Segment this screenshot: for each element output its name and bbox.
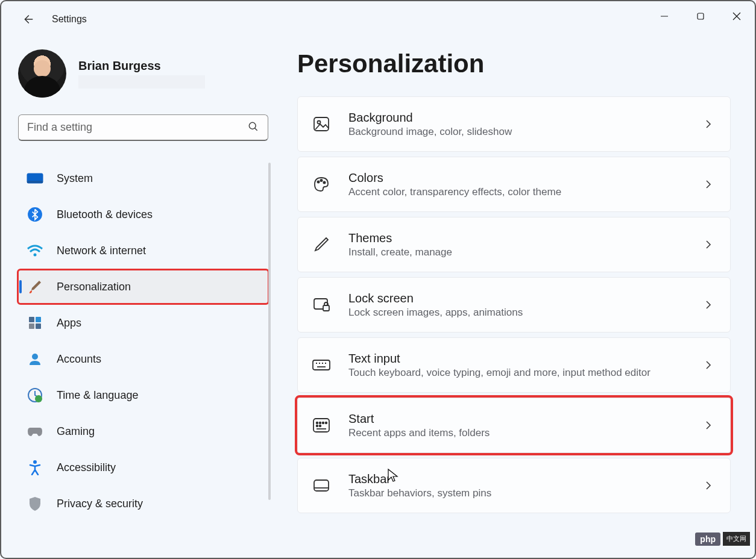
- card-subtitle: Accent color, transparency effects, colo…: [348, 186, 687, 198]
- search-icon: [247, 120, 259, 135]
- window-controls: [646, 1, 755, 31]
- svg-rect-13: [29, 323, 34, 329]
- svg-point-34: [320, 422, 321, 424]
- svg-rect-14: [36, 323, 41, 329]
- card-lockscreen[interactable]: Lock screen Lock screen images, apps, an…: [297, 277, 731, 333]
- chevron-right-icon: [704, 240, 713, 249]
- card-subtitle: Touch keyboard, voice typing, emoji and …: [348, 367, 687, 379]
- pen-icon: [311, 236, 332, 254]
- card-title: Start: [348, 412, 687, 426]
- chevron-right-icon: [704, 481, 713, 490]
- svg-rect-25: [323, 305, 329, 311]
- card-colors[interactable]: Colors Accent color, transparency effect…: [297, 157, 731, 212]
- search-input[interactable]: [27, 121, 247, 134]
- settings-window: Settings Brian Burgess: [0, 0, 756, 559]
- user-block[interactable]: Brian Burgess: [18, 49, 268, 98]
- svg-point-17: [35, 395, 42, 402]
- card-title: Text input: [348, 352, 687, 366]
- titlebar: Settings: [1, 1, 755, 37]
- nav-item-accounts[interactable]: Accounts: [18, 342, 268, 376]
- card-title: Taskbar: [348, 472, 687, 486]
- nav-item-network[interactable]: Network & internet: [18, 234, 268, 267]
- picture-icon: [311, 115, 332, 133]
- nav-label: Network & internet: [57, 245, 146, 257]
- svg-rect-32: [313, 419, 329, 432]
- svg-point-38: [320, 425, 321, 427]
- card-title: Background: [348, 111, 687, 125]
- chevron-right-icon: [704, 300, 713, 310]
- maximize-button[interactable]: [682, 1, 719, 31]
- nav-label: Apps: [57, 317, 81, 329]
- svg-rect-8: [27, 181, 43, 183]
- palette-icon: [311, 175, 332, 193]
- main-pane: Personalization Background Background im…: [276, 37, 755, 558]
- card-title: Colors: [348, 171, 687, 185]
- chevron-right-icon: [704, 360, 713, 370]
- svg-point-37: [317, 425, 318, 427]
- card-subtitle: Install, create, manage: [348, 246, 687, 258]
- svg-rect-11: [29, 317, 34, 322]
- card-themes[interactable]: Themes Install, create, manage: [297, 217, 731, 272]
- user-email-redacted: [78, 75, 205, 89]
- nav-list: System Bluetooth & devices Network & int…: [18, 161, 268, 520]
- svg-rect-1: [698, 13, 704, 19]
- gamepad-icon: [27, 423, 43, 440]
- nav-label: Accessibility: [57, 461, 116, 474]
- wifi-icon: [27, 242, 43, 259]
- watermark-php: php: [695, 532, 720, 546]
- nav-item-privacy[interactable]: Privacy & security: [18, 487, 268, 520]
- watermark-cn: 中文网: [723, 532, 750, 546]
- svg-point-22: [320, 180, 322, 181]
- nav-label: Time & language: [57, 389, 138, 402]
- nav-item-bluetooth[interactable]: Bluetooth & devices: [18, 198, 268, 231]
- clock-globe-icon: [27, 387, 43, 404]
- chevron-right-icon: [704, 119, 713, 129]
- nav-label: Gaming: [57, 425, 95, 438]
- svg-point-18: [33, 460, 37, 464]
- chevron-right-icon: [704, 180, 713, 189]
- user-name: Brian Burgess: [78, 59, 205, 73]
- nav-item-accessibility[interactable]: Accessibility: [18, 451, 268, 484]
- nav-label: Privacy & security: [57, 498, 143, 510]
- nav-item-time[interactable]: Time & language: [18, 378, 268, 412]
- card-background[interactable]: Background Background image, color, slid…: [297, 96, 731, 152]
- svg-point-10: [34, 254, 37, 257]
- app-title: Settings: [52, 14, 87, 25]
- svg-point-35: [323, 422, 324, 424]
- card-subtitle: Background image, color, slideshow: [348, 126, 687, 138]
- search-box[interactable]: [18, 114, 268, 141]
- svg-point-20: [318, 121, 321, 124]
- nav-item-personalization[interactable]: Personalization: [18, 270, 268, 304]
- svg-point-36: [326, 422, 327, 424]
- card-taskbar[interactable]: Taskbar Taskbar behaviors, system pins: [297, 458, 731, 513]
- nav-label: Personalization: [57, 281, 131, 293]
- card-title: Lock screen: [348, 292, 687, 305]
- keyboard-icon: [311, 358, 332, 372]
- mouse-cursor-icon: [387, 468, 399, 485]
- page-title: Personalization: [297, 49, 731, 78]
- paintbrush-icon: [27, 278, 43, 295]
- nav-item-apps[interactable]: Apps: [18, 306, 268, 340]
- card-textinput[interactable]: Text input Touch keyboard, voice typing,…: [297, 337, 731, 393]
- nav-item-system[interactable]: System: [18, 161, 268, 195]
- svg-point-4: [249, 122, 256, 129]
- taskbar-icon: [311, 478, 332, 493]
- svg-point-23: [323, 181, 325, 183]
- nav-label: Accounts: [57, 353, 101, 366]
- svg-point-21: [317, 181, 319, 183]
- svg-rect-26: [313, 360, 330, 370]
- svg-point-33: [317, 422, 318, 424]
- startmenu-icon: [311, 417, 332, 434]
- nav-item-gaming[interactable]: Gaming: [18, 414, 268, 448]
- watermark: php 中文网: [695, 532, 750, 546]
- close-button[interactable]: [719, 1, 755, 31]
- bluetooth-icon: [27, 206, 43, 223]
- minimize-button[interactable]: [646, 1, 682, 31]
- card-subtitle: Recent apps and items, folders: [348, 427, 687, 439]
- svg-point-15: [32, 354, 38, 360]
- svg-rect-12: [36, 317, 41, 322]
- svg-rect-40: [314, 480, 329, 491]
- card-start[interactable]: Start Recent apps and items, folders: [297, 398, 731, 453]
- back-button[interactable]: [16, 7, 40, 31]
- card-title: Themes: [348, 231, 687, 245]
